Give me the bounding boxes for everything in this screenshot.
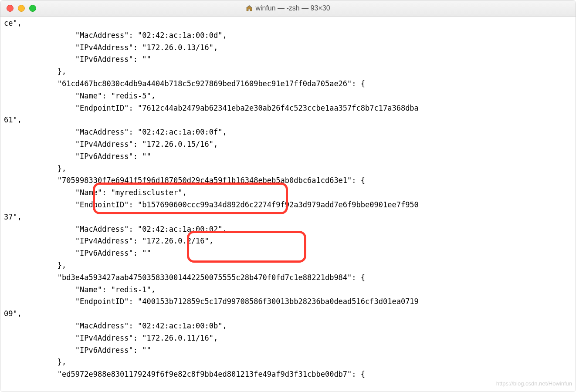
terminal-line: "Name": "redis-5", <box>4 90 572 102</box>
terminal-line: }, <box>4 260 572 272</box>
terminal-line: "EndpointID": "7612c44ab2479ab62341eba2e… <box>4 102 572 115</box>
terminal-line: "IPv6Address": "" <box>4 247 572 260</box>
terminal-line: "61cd467bc8030c4db9a4404b718c5c927869bed… <box>4 78 572 90</box>
terminal-line: "IPv6Address": "" <box>4 345 572 357</box>
terminal-line: "IPv4Address": "172.26.0.11/16", <box>4 332 572 345</box>
terminal-line: "Name": "myrediscluster", <box>4 187 572 199</box>
traffic-lights <box>0 5 36 12</box>
terminal-line: "ed5972e988e8301179249f6f9e82c8f9bb4ed80… <box>4 368 572 381</box>
terminal-line: "MacAddress": "02:42:ac:1a:00:02", <box>4 223 572 236</box>
terminal-line: "IPv4Address": "172.26.0.15/16", <box>4 139 572 151</box>
window-title-text: winfun — -zsh — 93×30 <box>255 4 330 12</box>
window-title: winfun — -zsh — 93×30 <box>0 4 576 12</box>
terminal-body[interactable]: ce", "MacAddress": "02:42:ac:1a:00:0d", … <box>0 17 576 392</box>
terminal-line: ce", <box>4 17 572 30</box>
terminal-line: "MacAddress": "02:42:ac:1a:00:0f", <box>4 126 572 139</box>
terminal-line: 37", <box>4 211 572 223</box>
close-icon[interactable] <box>7 5 14 12</box>
terminal-line: "Name": "redis-1", <box>4 284 572 296</box>
terminal-line: "EndpointID": "b157690600ccc99a34d892d6c… <box>4 199 572 211</box>
terminal-line: "IPv6Address": "" <box>4 54 572 66</box>
terminal-line: "EndpointID": "400153b712859c5c17d997085… <box>4 296 572 308</box>
maximize-icon[interactable] <box>29 5 36 12</box>
terminal-line: "IPv4Address": "172.26.0.2/16", <box>4 235 572 247</box>
terminal-line: }, <box>4 356 572 368</box>
terminal-line: "MacAddress": "02:42:ac:1a:00:0d", <box>4 30 572 42</box>
terminal-window: winfun — -zsh — 93×30 ce", "MacAddress":… <box>0 0 576 392</box>
terminal-line: "MacAddress": "02:42:ac:1a:00:0b", <box>4 320 572 332</box>
terminal-line: }, <box>4 163 572 175</box>
terminal-line: }, <box>4 66 572 78</box>
terminal-line: "IPv4Address": "172.26.0.13/16", <box>4 42 572 54</box>
terminal-line: "bd3e4a593427aab475035833001442250075555… <box>4 272 572 284</box>
window-titlebar[interactable]: winfun — -zsh — 93×30 <box>0 0 576 17</box>
terminal-line: 09", <box>4 308 572 320</box>
terminal-line: 61", <box>4 114 572 126</box>
terminal-line: "IPv6Address": "" <box>4 151 572 163</box>
terminal-line: "705998330f7e6941f5f96d187050d29c4a59f1b… <box>4 175 572 187</box>
home-icon <box>246 5 253 11</box>
minimize-icon[interactable] <box>18 5 25 12</box>
